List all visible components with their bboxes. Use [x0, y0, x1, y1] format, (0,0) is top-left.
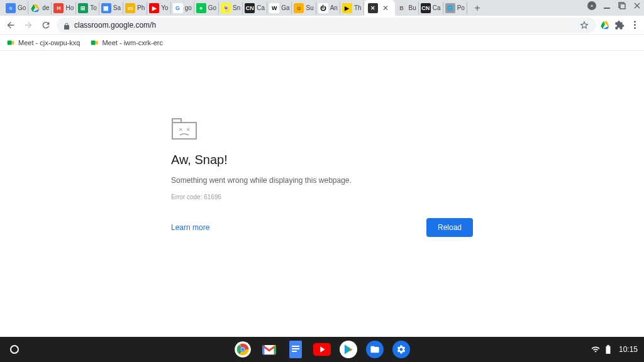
reload-button[interactable] — [39, 18, 53, 32]
youtube-app-icon[interactable] — [313, 341, 331, 358]
svg-rect-17 — [172, 119, 181, 123]
svg-rect-16 — [172, 123, 196, 139]
tab-favicon-icon: H — [53, 3, 64, 13]
error-code: Error code: 61696 — [171, 194, 473, 200]
error-title: Aw, Snap! — [171, 153, 473, 167]
svg-rect-12 — [8, 40, 12, 45]
tab-label: Ho — [65, 4, 74, 11]
extensions-icon[interactable] — [614, 19, 625, 31]
minimize-button[interactable] — [602, 1, 611, 10]
svg-marker-36 — [345, 345, 350, 354]
tab-favicon-icon: B — [397, 3, 407, 13]
browser-tab[interactable]: ⏻An — [316, 2, 340, 14]
tab-label: Ph — [137, 4, 145, 11]
browser-tab[interactable]: ●Go — [194, 2, 219, 14]
browser-tab[interactable]: ▶Yo — [147, 2, 170, 14]
tab-favicon-icon — [30, 3, 40, 13]
browser-tab[interactable]: 🌐Po — [443, 2, 467, 14]
bookmark-star-icon[interactable] — [579, 19, 590, 31]
meet-icon — [6, 38, 15, 47]
back-button[interactable] — [4, 18, 18, 32]
tab-favicon-icon: ▶ — [149, 3, 159, 13]
sad-folder-icon: ✕✕ — [171, 118, 197, 140]
files-app-icon[interactable] — [366, 341, 384, 358]
address-bar[interactable]: classroom.google.com/h — [57, 18, 596, 33]
tab-label: Yo — [161, 4, 168, 11]
svg-rect-6 — [620, 4, 625, 9]
browser-tab[interactable]: CNCa — [243, 2, 267, 14]
browser-tab[interactable]: WGa — [267, 2, 292, 14]
launcher-button[interactable] — [6, 341, 23, 358]
tab-favicon-icon: ▶ — [342, 3, 352, 13]
maximize-button[interactable] — [618, 1, 626, 10]
clock-text: 10:15 — [619, 345, 638, 354]
tab-favicon-icon: W — [269, 3, 279, 13]
browser-toolbar: classroom.google.com/h — [0, 16, 644, 35]
tab-label: Po — [457, 4, 465, 11]
learn-more-link[interactable]: Learn more — [171, 223, 209, 232]
error-container: ✕✕ Aw, Snap! Something went wrong while … — [171, 118, 473, 237]
svg-rect-30 — [292, 346, 299, 347]
browser-tab[interactable]: ▭Ph — [123, 2, 147, 14]
status-tray[interactable]: 10:15 — [591, 345, 638, 354]
browser-tab[interactable]: ≡Go — [4, 2, 28, 14]
chrome-app-icon[interactable] — [234, 341, 252, 358]
battery-icon — [605, 345, 614, 354]
tab-favicon-icon: ≡ — [6, 3, 16, 13]
browser-tab[interactable]: ☺Su — [292, 2, 316, 14]
bookmark-item[interactable]: Meet - iwm-cxrk-erc — [90, 38, 163, 47]
notification-circle-icon[interactable] — [587, 1, 596, 10]
new-tab-button[interactable]: + — [471, 2, 484, 14]
browser-tab[interactable]: de — [28, 2, 52, 14]
tab-close-icon[interactable]: ✕ — [380, 4, 391, 13]
browser-tab[interactable]: Ggo — [171, 2, 194, 14]
drive-extension-icon[interactable] — [600, 20, 610, 30]
bookmark-label: Meet - cjx-owpu-kxq — [18, 39, 80, 47]
page-content: ✕✕ Aw, Snap! Something went wrong while … — [0, 51, 644, 337]
gmail-app-icon[interactable] — [260, 341, 278, 358]
svg-text:✕: ✕ — [179, 127, 183, 133]
wifi-icon — [591, 345, 600, 354]
tab-label: Su — [306, 4, 313, 11]
browser-tab[interactable]: ▦Sa — [99, 2, 123, 14]
tab-favicon-icon: 🌐 — [445, 3, 455, 13]
shelf-apps — [234, 341, 410, 358]
play-store-app-icon[interactable] — [340, 341, 357, 358]
svg-point-23 — [241, 348, 244, 351]
url-text: classroom.google.com/h — [74, 21, 575, 30]
bookmark-item[interactable]: Meet - cjx-owpu-kxq — [6, 38, 80, 47]
tab-favicon-icon: ● — [196, 3, 206, 13]
browser-tab[interactable]: ✕✕ — [364, 0, 395, 16]
chromeos-shelf: 10:15 — [0, 337, 644, 362]
forward-button[interactable] — [21, 18, 35, 32]
tab-favicon-icon: CN — [421, 3, 431, 13]
svg-rect-39 — [606, 346, 610, 354]
tab-label: go — [185, 4, 192, 11]
svg-marker-13 — [12, 40, 14, 45]
browser-tab[interactable]: 👻Sn — [219, 2, 243, 14]
tab-label: Bu — [409, 4, 416, 11]
svg-rect-31 — [292, 348, 299, 349]
bookmarks-bar: Meet - cjx-owpu-kxq Meet - iwm-cxrk-erc — [0, 35, 644, 51]
error-actions: Learn more Reload — [171, 218, 473, 237]
browser-tab[interactable]: HHo — [52, 2, 76, 14]
docs-app-icon[interactable] — [287, 341, 304, 358]
tab-label: Ca — [257, 4, 265, 11]
svg-marker-15 — [96, 40, 98, 45]
svg-rect-4 — [604, 8, 610, 9]
bookmark-label: Meet - iwm-cxrk-erc — [102, 39, 163, 47]
tab-label: de — [42, 4, 49, 11]
browser-tab[interactable]: ⊞To — [76, 2, 99, 14]
settings-app-icon[interactable] — [392, 341, 410, 358]
browser-tab[interactable]: BBu — [395, 2, 419, 14]
browser-menu-icon[interactable] — [629, 19, 640, 31]
tab-label: Go — [208, 4, 216, 11]
svg-text:✕: ✕ — [186, 127, 191, 133]
svg-marker-3 — [591, 4, 594, 6]
close-window-button[interactable] — [633, 1, 641, 10]
svg-rect-14 — [91, 40, 96, 45]
reload-page-button[interactable]: Reload — [426, 218, 473, 237]
browser-tab[interactable]: ▶Th — [340, 2, 364, 14]
tab-label: Sa — [113, 4, 121, 11]
browser-tab[interactable]: CNCa — [419, 2, 443, 14]
